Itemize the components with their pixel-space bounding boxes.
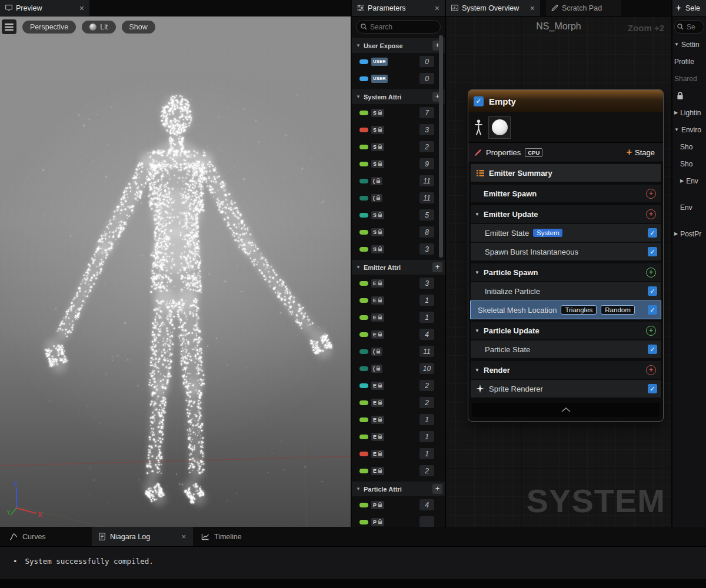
add-module-button[interactable]: + — [646, 326, 656, 336]
parameter-section-header[interactable]: ▼Particle Attri+ — [352, 482, 445, 496]
parameter-row[interactable]: USER0 — [352, 70, 445, 87]
viewport-menu-button[interactable] — [2, 19, 16, 34]
stage-group-row[interactable]: ▼Emitter Update+ — [471, 205, 661, 223]
right-panel-item[interactable]: Profile — [672, 53, 706, 70]
module-enabled-checkbox[interactable]: ✓ — [648, 228, 657, 238]
parameter-row[interactable]: E3 — [352, 275, 445, 292]
tab-scratch-pad[interactable]: Scratch Pad — [546, 0, 621, 16]
perspective-button[interactable]: Perspective — [22, 21, 76, 34]
parameter-row[interactable]: E4 — [352, 326, 445, 343]
right-panel-item[interactable]: ▼Settin — [672, 36, 706, 53]
parameter-row[interactable]: E1 — [352, 309, 445, 326]
emitter-node-header[interactable]: ✓ Empty — [468, 90, 663, 112]
parameter-row[interactable]: (11 — [352, 172, 445, 189]
parameter-row[interactable]: E1 — [352, 428, 445, 445]
add-parameter-button[interactable]: + — [432, 484, 442, 494]
parameter-row[interactable]: S3 — [352, 240, 445, 258]
right-panel-item[interactable]: Env — [672, 199, 706, 216]
module-row[interactable]: Particle State✓ — [471, 340, 661, 358]
bottom-tab-curves[interactable]: Curves — [2, 527, 91, 546]
stage-group-row[interactable]: Emitter Spawn+ — [471, 185, 661, 202]
close-icon[interactable]: × — [79, 4, 84, 13]
right-panel-item[interactable]: ▶Lightin — [672, 104, 706, 121]
module-enabled-checkbox[interactable]: ✓ — [648, 286, 657, 296]
module-row[interactable]: Sprite Renderer✓ — [471, 380, 661, 397]
parameter-row[interactable]: S7 — [352, 104, 445, 121]
stage-group-row[interactable]: ▼Particle Spawn+ — [471, 263, 661, 281]
parameter-row[interactable]: (10 — [352, 360, 445, 377]
add-parameter-button[interactable]: + — [432, 262, 442, 272]
right-panel-item[interactable]: ▶Env — [672, 172, 706, 189]
tab-selection[interactable]: Sele — [672, 0, 706, 16]
parameter-row[interactable]: (11 — [352, 189, 445, 206]
material-thumbnail[interactable] — [489, 117, 510, 138]
lit-button[interactable]: Lit — [82, 21, 115, 34]
module-enabled-checkbox[interactable]: ✓ — [648, 247, 657, 256]
module-enabled-checkbox[interactable]: ✓ — [648, 305, 657, 315]
selection-search-box[interactable] — [674, 20, 704, 34]
zoom-level-label: Zoom +2 — [628, 23, 664, 33]
bottom-tab-niagara-log[interactable]: Niagara Log× — [92, 527, 193, 546]
parameters-scrollbar[interactable] — [439, 35, 443, 258]
right-panel-item[interactable]: Shared — [672, 70, 706, 87]
add-module-button[interactable]: + — [646, 268, 656, 278]
bottom-tab-timeline[interactable]: Timeline — [194, 527, 255, 546]
parameter-row[interactable]: E2 — [352, 394, 445, 411]
right-panel-item[interactable]: Sho — [672, 155, 706, 172]
stage-group-row[interactable]: ▼Render+ — [471, 361, 661, 379]
show-button[interactable]: Show — [122, 21, 155, 34]
parameter-row[interactable]: S9 — [352, 155, 445, 172]
emitter-node[interactable]: ✓ Empty Properties CPU + — [468, 89, 664, 422]
add-stage-button[interactable]: + Stage — [627, 147, 657, 158]
parameter-section-header[interactable]: ▼Emitter Attri+ — [352, 260, 445, 275]
module-enabled-checkbox[interactable]: ✓ — [648, 345, 657, 354]
module-row[interactable]: Initialize Particle✓ — [471, 282, 661, 300]
parameter-row[interactable]: P — [352, 513, 445, 527]
close-icon[interactable]: × — [435, 4, 439, 13]
graph-watermark: SYSTEM — [527, 482, 665, 520]
add-module-button[interactable]: + — [646, 209, 656, 219]
tab-parameters[interactable]: Parameters × — [352, 0, 445, 16]
parameter-row[interactable]: S8 — [352, 223, 445, 240]
parameter-row[interactable]: USER0 — [352, 53, 445, 70]
add-module-button[interactable]: + — [646, 365, 656, 375]
emitter-summary-row[interactable]: Emitter Summary — [471, 164, 661, 182]
stage-group-row[interactable]: ▼Particle Update+ — [471, 322, 661, 339]
parameter-row[interactable]: E1 — [352, 292, 445, 309]
right-panel-item[interactable]: ▶PostPr — [672, 225, 706, 242]
overview-graph-canvas[interactable]: NS_Morph Zoom +2 SYSTEM ✓ Empty — [446, 16, 671, 527]
close-icon[interactable]: × — [181, 532, 186, 541]
preview-viewport[interactable]: Perspective Lit Show Z Y X — [0, 16, 351, 527]
parameters-search-box[interactable] — [356, 20, 441, 34]
parameter-section-header[interactable]: ▼System Attri+ — [352, 89, 445, 104]
module-enabled-checkbox[interactable]: ✓ — [648, 384, 657, 393]
emitter-enabled-checkbox[interactable]: ✓ — [474, 96, 484, 106]
tab-preview[interactable]: Preview × — [0, 0, 89, 16]
parameter-row[interactable]: P4 — [352, 496, 445, 513]
emitter-properties-row[interactable]: Properties CPU + Stage — [468, 143, 663, 162]
parameter-row[interactable]: S3 — [352, 121, 445, 138]
module-row[interactable]: Skeletal Mesh LocationTrianglesRandom✓ — [471, 301, 661, 319]
parameter-row[interactable]: E1 — [352, 411, 445, 428]
parameter-row[interactable]: S2 — [352, 138, 445, 155]
node-collapse-bar[interactable] — [472, 403, 660, 417]
right-panel-item[interactable] — [672, 87, 706, 104]
parameter-row[interactable]: E1 — [352, 445, 445, 462]
parameter-row[interactable]: (11 — [352, 343, 445, 360]
module-row[interactable]: Spawn Burst Instantaneous✓ — [471, 243, 661, 260]
tab-system-overview[interactable]: System Overview × — [446, 0, 540, 16]
module-label: Spawn Burst Instantaneous — [485, 248, 578, 256]
right-panel-item[interactable]: ▼Enviro — [672, 121, 706, 138]
selection-search-input[interactable] — [687, 23, 701, 31]
parameter-type-pill — [359, 417, 368, 422]
parameter-row[interactable]: E2 — [352, 377, 445, 394]
bottom-tab-label: Timeline — [214, 533, 242, 541]
right-panel-item[interactable]: Sho — [672, 138, 706, 155]
add-module-button[interactable]: + — [646, 189, 656, 199]
parameter-row[interactable]: S5 — [352, 206, 445, 223]
module-row[interactable]: Emitter StateSystem✓ — [471, 224, 661, 242]
parameter-row[interactable]: E2 — [352, 462, 445, 479]
close-icon[interactable]: × — [530, 4, 535, 13]
parameter-section-header[interactable]: ▼User Expose+ — [352, 38, 445, 53]
parameters-search-input[interactable] — [370, 23, 436, 31]
